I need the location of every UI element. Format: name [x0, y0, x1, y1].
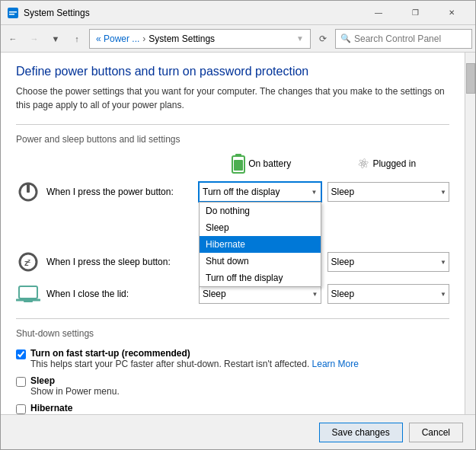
cancel-button[interactable]: Cancel [409, 423, 463, 442]
svg-rect-0 [8, 8, 18, 18]
battery-column-header: On battery [199, 154, 324, 174]
search-bar: 🔍 [335, 29, 472, 49]
laptop-lid-icon [16, 283, 40, 305]
sleep-button-text: When I press the sleep button: [46, 257, 171, 267]
sleep-plugged-wrapper[interactable]: Sleep ▼ [327, 252, 450, 272]
power-battery-value: Turn off the display [203, 187, 280, 197]
svg-rect-13 [24, 300, 33, 302]
svg-rect-5 [234, 160, 243, 171]
dropdown-option-turn-off-display[interactable]: Turn off the display [200, 270, 321, 286]
hibernate-shutdown-checkbox[interactable] [16, 404, 26, 414]
power-button-text: When I press the power button: [46, 187, 174, 197]
back-button[interactable]: ← [4, 30, 22, 48]
battery-icon [232, 154, 245, 174]
hibernate-shutdown-row: Hibernate Show in Power menu. [16, 403, 449, 414]
refresh-button[interactable]: ⟳ [314, 30, 332, 48]
save-changes-button[interactable]: Save changes [319, 423, 403, 442]
lid-plugged-select[interactable]: Sleep [327, 284, 450, 304]
sleep-plugged-select[interactable]: Sleep [327, 252, 450, 272]
power-plugged-select[interactable]: Sleep [327, 182, 450, 202]
shutdown-section-title: Shut-down settings [16, 328, 449, 339]
plugged-column-label: Plugged in [372, 158, 416, 169]
dropdown-option-hibernate[interactable]: Hibernate [200, 236, 321, 253]
shutdown-settings: Shut-down settings Turn on fast start-up… [16, 318, 449, 414]
scrollbar[interactable] [465, 53, 475, 414]
fast-startup-checkbox[interactable] [16, 349, 26, 359]
power-button-row: When I press the power button: Turn off … [16, 180, 449, 204]
main-area: Define power buttons and turn on passwor… [1, 53, 475, 414]
lid-icon [16, 282, 40, 306]
dropdown-option-sleep[interactable]: Sleep [200, 219, 321, 236]
title-bar: System Settings — ❐ ✕ [1, 1, 475, 25]
power-icon [18, 181, 39, 203]
sleep-icon: z z [18, 251, 39, 273]
forward-button[interactable]: → [25, 30, 43, 48]
svg-rect-11 [19, 286, 37, 298]
sleep-shutdown-checkbox[interactable] [16, 377, 26, 387]
maximize-button[interactable]: ❐ [398, 2, 433, 24]
sleep-shutdown-row: Sleep Show in Power menu. [16, 375, 449, 397]
footer-bar: Save changes Cancel [1, 414, 475, 449]
battery-column-label: On battery [248, 158, 291, 169]
lid-plugged-wrapper[interactable]: Sleep ▼ [327, 284, 450, 304]
fast-startup-row: Turn on fast start-up (recommended) This… [16, 348, 449, 369]
up-button[interactable]: ↑ [68, 30, 86, 48]
settings-header: On battery ⚛ Plugged in [16, 154, 449, 180]
page-description: Choose the power settings that you want … [16, 85, 449, 112]
svg-rect-7 [27, 184, 30, 193]
fast-startup-desc: This helps start your PC faster after sh… [30, 359, 359, 369]
system-settings-window: System Settings — ❐ ✕ ← → ▼ ↑ « Power ..… [0, 0, 476, 450]
dropdown-option-do-nothing[interactable]: Do nothing [200, 203, 321, 219]
minimize-button[interactable]: — [361, 2, 396, 24]
power-battery-dropdown[interactable]: Turn off the display ▼ Do nothing Sleep … [199, 182, 321, 202]
learn-more-link[interactable]: Learn More [312, 359, 359, 369]
breadcrumb: « Power ... › System Settings ▼ [89, 29, 311, 49]
svg-text:z: z [27, 257, 30, 264]
power-button-icon [16, 180, 40, 204]
dropdown-option-shut-down[interactable]: Shut down [200, 253, 321, 270]
lid-text: When I close the lid: [46, 289, 129, 299]
search-input[interactable] [354, 34, 467, 44]
sleep-button-label: z z When I press the sleep button: [16, 250, 199, 274]
svg-rect-1 [9, 11, 17, 13]
close-button[interactable]: ✕ [434, 2, 469, 24]
address-bar: ← → ▼ ↑ « Power ... › System Settings ▼ … [1, 25, 475, 53]
recent-locations-button[interactable]: ▼ [46, 30, 65, 48]
window-controls: — ❐ ✕ [361, 2, 469, 24]
content-area: Define power buttons and turn on passwor… [1, 53, 465, 414]
window-title: System Settings [24, 8, 361, 18]
lid-label: When I close the lid: [16, 282, 199, 306]
svg-rect-2 [9, 14, 14, 15]
scrollbar-thumb[interactable] [466, 63, 475, 94]
sleep-shutdown-desc: Show in Power menu. [30, 386, 120, 397]
sleep-shutdown-label: Sleep [30, 375, 120, 386]
power-plugged-wrapper[interactable]: Sleep ▼ [327, 182, 450, 202]
section-title: Power and sleep buttons and lid settings [16, 134, 449, 145]
breadcrumb-power[interactable]: « Power ... [96, 34, 139, 44]
page-title: Define power buttons and turn on passwor… [16, 65, 449, 78]
plugged-column-header: ⚛ Plugged in [324, 155, 450, 172]
dropdown-arrow-icon: ▼ [311, 189, 318, 196]
power-battery-dropdown-list: Do nothing Sleep Hibernate Shut down Tur… [199, 202, 321, 287]
fast-startup-label: Turn on fast start-up (recommended) [30, 348, 359, 359]
sleep-button-icon: z z [16, 250, 40, 274]
window-icon [7, 7, 19, 19]
breadcrumb-current: System Settings [149, 34, 215, 44]
plug-icon: ⚛ [353, 154, 374, 174]
hibernate-shutdown-label: Hibernate [30, 403, 120, 413]
power-button-label: When I press the power button: [16, 180, 199, 204]
power-battery-trigger[interactable]: Turn off the display ▼ [199, 182, 321, 202]
hibernate-shutdown-desc: Show in Power menu. [30, 413, 120, 414]
breadcrumb-separator: › [142, 34, 145, 44]
